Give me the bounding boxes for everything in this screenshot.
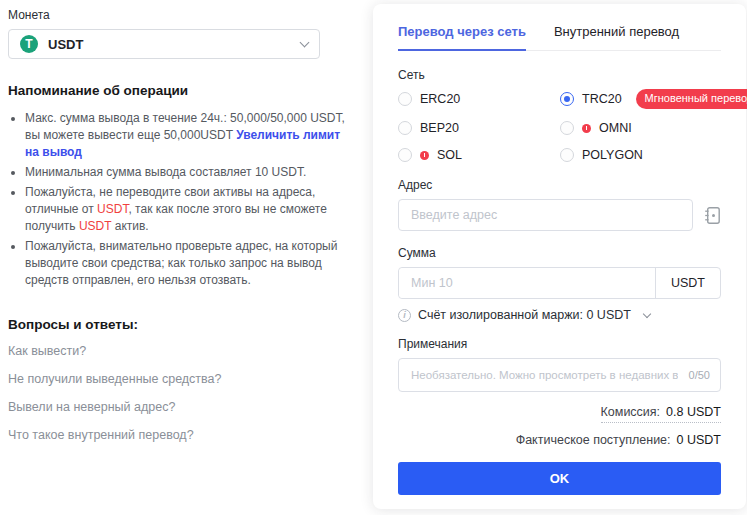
reminder-item: Пожалуйста, не переводите свои активы на… — [25, 184, 356, 235]
radio-trc20[interactable] — [560, 92, 574, 106]
faq-list: Как вывести?Не получили выведенные средс… — [8, 344, 364, 442]
instant-transfer-badge: Мгновенный перевод — [636, 89, 747, 109]
amount-unit: USDT — [655, 268, 720, 298]
tab-bar: Перевод через сетьВнутренний перевод — [398, 24, 721, 51]
radio-sol[interactable] — [398, 148, 412, 162]
network-name: ERC20 — [420, 92, 460, 106]
reminder-title: Напоминание об операции — [8, 83, 364, 98]
reminder-text: актив. — [111, 219, 148, 233]
reminder-text: Пожалуйста, внимательно проверьте адрес,… — [25, 239, 337, 287]
reminder-item: Минимальная сумма вывода составляет 10 U… — [25, 164, 356, 181]
coin-value: USDT — [48, 37, 83, 52]
network-option-erc20[interactable]: ERC20 — [398, 89, 560, 109]
fee-value: 0.8 USDT — [666, 405, 721, 419]
amount-group: USDT — [398, 267, 721, 299]
faq-link-1[interactable]: Не получили выведенные средства? — [8, 372, 222, 386]
amount-input[interactable] — [399, 268, 655, 298]
radio-bep20[interactable] — [398, 121, 412, 135]
network-option-trc20[interactable]: TRC20Мгновенный перевод — [560, 89, 747, 109]
notes-label: Примечания — [398, 337, 721, 351]
radio-omni[interactable] — [560, 121, 574, 135]
faq-link-2[interactable]: Вывели на неверный адрес? — [8, 400, 175, 414]
left-panel: Монета T USDT Напоминание об операции Ма… — [8, 8, 364, 456]
warning-dot-icon — [582, 124, 591, 133]
chevron-down-icon — [643, 309, 651, 317]
fee-label: Комиссия: — [601, 405, 661, 419]
usdt-highlight: USDT — [79, 219, 111, 233]
notes-input[interactable] — [398, 358, 721, 392]
char-counter: 0/50 — [689, 369, 710, 381]
info-icon: i — [398, 309, 411, 322]
network-name: SOL — [437, 148, 462, 162]
address-input[interactable] — [398, 199, 693, 231]
address-book-icon[interactable] — [704, 206, 721, 225]
tab-1[interactable]: Внутренний перевод — [554, 24, 679, 50]
radio-polygon[interactable] — [560, 148, 574, 162]
fee-line: Комиссия: 0.8 USDT — [601, 405, 721, 423]
reminder-text: Минимальная сумма вывода составляет 10 U… — [25, 165, 306, 179]
amount-label: Сумма — [398, 246, 721, 260]
address-label: Адрес — [398, 178, 721, 192]
receive-line: Фактическое поступление: 0 USDT — [516, 433, 721, 447]
receive-value: 0 USDT — [677, 433, 721, 447]
chevron-down-icon — [300, 37, 310, 47]
coin-label: Монета — [8, 8, 364, 22]
warning-dot-icon — [420, 151, 429, 160]
network-name: BEP20 — [420, 121, 459, 135]
network-label: Сеть — [398, 68, 721, 82]
isolated-margin-text: Счёт изолированной маржи: 0 USDT — [418, 308, 631, 322]
tab-0[interactable]: Перевод через сеть — [398, 24, 526, 51]
network-name: POLYGON — [582, 148, 643, 162]
isolated-margin-row[interactable]: i Счёт изолированной маржи: 0 USDT — [398, 308, 721, 322]
reminder-list: Макс. сумма вывода в течение 24ч.: 50,00… — [8, 110, 356, 289]
usdt-highlight: USDT — [97, 202, 128, 216]
receive-label: Фактическое поступление: — [516, 433, 671, 447]
network-option-omni[interactable]: OMNI — [560, 120, 747, 136]
tether-coin-icon: T — [20, 35, 38, 53]
network-name: OMNI — [599, 121, 632, 135]
withdraw-card: Перевод через сетьВнутренний перевод Сет… — [373, 4, 746, 509]
reminder-item: Макс. сумма вывода в течение 24ч.: 50,00… — [25, 110, 356, 161]
fee-summary: Комиссия: 0.8 USDT Фактическое поступлен… — [398, 402, 721, 448]
network-options: ERC20TRC20Мгновенный переводBEP20OMNISOL… — [398, 89, 721, 163]
faq-link-3[interactable]: Что такое внутренний перевод? — [8, 428, 194, 442]
network-option-sol[interactable]: SOL — [398, 147, 560, 163]
network-option-bep20[interactable]: BEP20 — [398, 120, 560, 136]
ok-button[interactable]: OK — [398, 462, 721, 495]
network-name: TRC20 — [582, 92, 622, 106]
faq-title: Вопросы и ответы: — [8, 317, 364, 332]
radio-erc20[interactable] — [398, 92, 412, 106]
reminder-item: Пожалуйста, внимательно проверьте адрес,… — [25, 238, 356, 289]
network-option-polygon[interactable]: POLYGON — [560, 147, 747, 163]
faq-link-0[interactable]: Как вывести? — [8, 344, 86, 358]
coin-select[interactable]: T USDT — [8, 29, 320, 59]
